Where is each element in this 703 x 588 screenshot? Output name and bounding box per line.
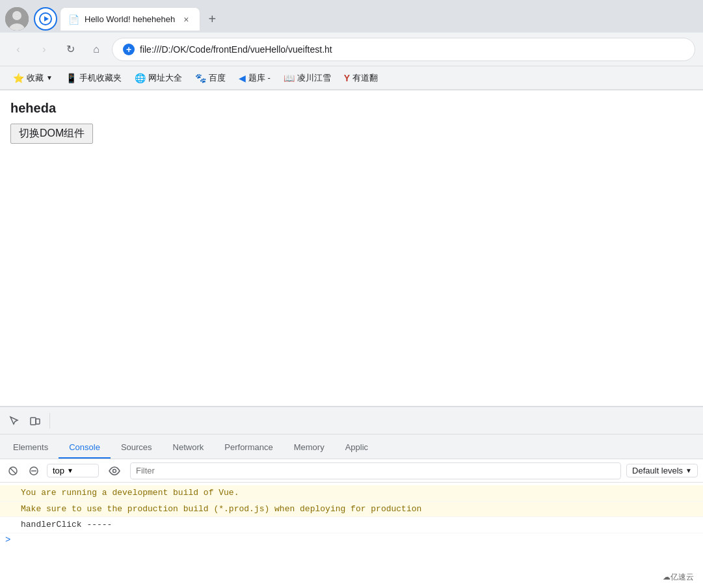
- tab-title: Hello World! heheheheh: [85, 14, 175, 24]
- console-prompt-line[interactable]: >: [0, 533, 703, 546]
- console-block-button[interactable]: [26, 463, 42, 479]
- toggle-dom-button[interactable]: 切换DOM组件: [10, 124, 93, 144]
- devtools-separator: [49, 413, 50, 429]
- bookmark-label: 题库 -: [248, 72, 271, 84]
- reload-button[interactable]: ↻: [60, 39, 81, 60]
- console-eye-button[interactable]: [104, 462, 125, 480]
- console-clear-button[interactable]: [5, 463, 21, 479]
- page-heading: heheda: [10, 101, 693, 116]
- page-content: heheda 切换DOM组件: [0, 90, 703, 323]
- bookmark-label: 百度: [209, 72, 226, 84]
- devtools-device-button[interactable]: [26, 412, 44, 430]
- tab-memory[interactable]: Memory: [284, 437, 335, 459]
- devtools-console-bar: top ▼ Default levels ▼: [0, 459, 703, 483]
- book-icon: 📖: [284, 73, 295, 83]
- bookmark-label: 收藏: [27, 72, 44, 84]
- forward-button[interactable]: ›: [34, 39, 55, 60]
- bookmark-item-mobile[interactable]: 📱 手机收藏夹: [60, 71, 127, 85]
- chevron-down-icon: ▼: [685, 467, 692, 474]
- bookmark-label: 网址大全: [148, 72, 182, 84]
- prompt-arrow-icon: >: [5, 535, 10, 545]
- watermark-label: ☁亿速云: [663, 572, 694, 583]
- bookmark-label: 凌川江雪: [297, 72, 331, 84]
- watermark-bar: ☁亿速云: [659, 570, 698, 584]
- bookmark-item-lingchuan[interactable]: 📖 凌川江雪: [278, 71, 336, 85]
- bookmarks-bar: ⭐ 收藏 ▼ 📱 手机收藏夹 🌐 网址大全 🐾 百度 ◀ 题库 - 📖 凌川江雪…: [0, 66, 703, 90]
- security-icon: [123, 44, 135, 55]
- bookmark-label: 有道翻: [352, 72, 378, 84]
- console-filter-input[interactable]: [130, 462, 621, 479]
- new-tab-button[interactable]: +: [203, 10, 221, 28]
- svg-marker-4: [44, 16, 49, 21]
- svg-point-11: [113, 469, 116, 472]
- tab-icon: 📄: [68, 14, 79, 25]
- globe-icon: 🌐: [135, 73, 146, 83]
- devtools-toolbar: [0, 407, 703, 434]
- svg-rect-5: [31, 418, 36, 425]
- navigation-bar: ‹ › ↻ ⌂ file:///D:/OK/Code/frontEnd/vueH…: [0, 33, 703, 66]
- tab-performance[interactable]: Performance: [214, 437, 283, 459]
- devtools-inspect-button[interactable]: [5, 412, 23, 430]
- chevron-down-icon: ▼: [67, 467, 73, 474]
- svg-point-1: [12, 11, 21, 20]
- bookmark-item-sites[interactable]: 🌐 网址大全: [129, 71, 187, 85]
- star-icon: ⭐: [13, 73, 24, 83]
- baidu-icon: 🐾: [195, 73, 206, 83]
- console-line: handlerClick -----: [0, 517, 703, 533]
- tab-sources[interactable]: Sources: [111, 437, 163, 459]
- bookmark-label: 手机收藏夹: [79, 72, 122, 84]
- bookmark-item-collect[interactable]: ⭐ 收藏 ▼: [8, 71, 58, 85]
- tab-console[interactable]: Console: [59, 437, 111, 459]
- tab-network[interactable]: Network: [163, 437, 215, 459]
- bookmark-item-baidu[interactable]: 🐾 百度: [190, 71, 231, 85]
- home-button[interactable]: ⌂: [86, 39, 107, 60]
- console-line: Make sure to use the production build (*…: [0, 501, 703, 518]
- console-line: You are running a development build of V…: [0, 485, 703, 501]
- avatar: [5, 7, 29, 31]
- tiku-icon: ◀: [239, 73, 246, 83]
- mobile-icon: 📱: [66, 73, 77, 83]
- bookmark-item-youdao[interactable]: Y 有道翻: [339, 71, 383, 85]
- bookmark-item-tiku[interactable]: ◀ 题库 -: [233, 71, 276, 85]
- chevron-down-icon: ▼: [46, 74, 53, 81]
- tab-close-button[interactable]: ×: [180, 14, 192, 25]
- svg-rect-6: [36, 419, 40, 424]
- address-bar[interactable]: file:///D:/OK/Code/frontEnd/vueHello/vue…: [112, 38, 695, 61]
- tab-bar: 📄 Hello World! heheheheh × +: [0, 0, 703, 33]
- devtools-console-output: You are running a development build of V…: [0, 483, 703, 588]
- url-text: file:///D:/OK/Code/frontEnd/vueHello/vue…: [140, 44, 684, 55]
- browser-tab[interactable]: 📄 Hello World! heheheheh ×: [60, 7, 200, 31]
- levels-label: Default levels: [632, 466, 683, 475]
- back-button[interactable]: ‹: [8, 39, 29, 60]
- tab-elements[interactable]: Elements: [3, 437, 59, 459]
- browser-nav-icon: [34, 7, 57, 31]
- youdao-icon: Y: [344, 73, 350, 83]
- svg-line-8: [10, 468, 16, 474]
- context-value: top: [53, 466, 64, 475]
- devtools-tabs: Elements Console Sources Network Perform…: [0, 434, 703, 459]
- console-levels-button[interactable]: Default levels ▼: [626, 464, 698, 477]
- devtools-panel: Elements Console Sources Network Perform…: [0, 406, 703, 588]
- console-input[interactable]: [16, 535, 698, 544]
- tab-application[interactable]: Applic: [335, 437, 378, 459]
- console-context-select[interactable]: top ▼: [47, 464, 99, 477]
